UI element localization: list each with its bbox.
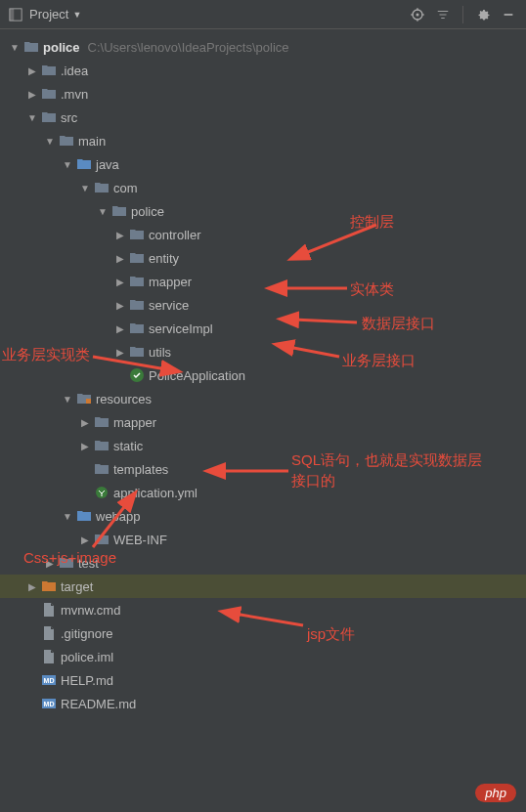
package-icon: [129, 297, 145, 313]
node-label: target: [61, 579, 93, 594]
node-label: .mvn: [61, 87, 88, 102]
minimize-icon[interactable]: [499, 5, 518, 24]
tree-node-service[interactable]: ▶ service: [0, 293, 526, 317]
collapse-arrow-icon: ▶: [27, 89, 37, 100]
root-label: police: [43, 40, 80, 55]
webapp-folder-icon: [76, 508, 92, 524]
expand-arrow-icon: ▼: [10, 42, 20, 53]
watermark-badge: php: [475, 784, 516, 802]
tree-node-serviceimpl[interactable]: ▶ serviceImpl: [0, 317, 526, 340]
node-label: HELP.md: [61, 673, 113, 688]
collapse-icon[interactable]: [433, 5, 453, 24]
node-label: static: [113, 439, 143, 453]
package-icon: [94, 180, 110, 195]
tree-node-helpmd[interactable]: ▶ HELP.md: [0, 668, 526, 692]
excluded-folder-icon: [41, 578, 57, 594]
node-label: mapper: [149, 275, 192, 289]
file-icon: [41, 625, 57, 641]
tree-node-utils[interactable]: ▶ utils: [0, 340, 526, 363]
tree-node-mvnwcmd[interactable]: ▶ mvnw.cmd: [0, 598, 526, 621]
expand-arrow-icon: ▼: [80, 183, 90, 193]
node-label: README.md: [61, 697, 136, 711]
node-label: .idea: [61, 64, 88, 78]
package-icon: [129, 274, 145, 289]
yml-file-icon: [94, 485, 110, 500]
node-label: police: [131, 204, 164, 219]
tree-node-gitignore[interactable]: ▶ .gitignore: [0, 621, 526, 645]
collapse-arrow-icon: ▶: [115, 277, 125, 287]
node-label: utils: [149, 345, 171, 360]
tree-node-controller[interactable]: ▶ controller: [0, 223, 526, 246]
collapse-arrow-icon: ▶: [115, 253, 125, 264]
node-label: test: [78, 556, 99, 571]
tree-node-entity[interactable]: ▶ entity: [0, 246, 526, 270]
node-label: main: [78, 134, 106, 149]
package-icon: [111, 203, 127, 219]
node-label: police.iml: [61, 650, 113, 664]
tree-node-readme[interactable]: ▶ README.md: [0, 692, 526, 715]
collapse-arrow-icon: ▶: [115, 300, 125, 311]
iml-file-icon: [41, 649, 57, 664]
folder-icon: [59, 133, 74, 149]
node-label: templates: [113, 462, 168, 477]
package-icon: [129, 227, 145, 242]
markdown-file-icon: [41, 696, 57, 711]
toolbar-title[interactable]: Project ▼: [29, 7, 81, 21]
project-tree: ▼ police C:\Users\lenovo\IdeaProjects\po…: [0, 29, 526, 721]
node-label: controller: [149, 228, 200, 242]
tree-node-static[interactable]: ▶ static: [0, 434, 526, 457]
tree-node-idea[interactable]: ▶ .idea: [0, 59, 526, 82]
tree-node-policeapplication[interactable]: ▶ PoliceApplication: [0, 363, 526, 387]
node-label: webapp: [96, 509, 141, 524]
file-icon: [41, 602, 57, 618]
tree-node-res-mapper[interactable]: ▶ mapper: [0, 410, 526, 434]
module-folder-icon: [23, 39, 39, 55]
tree-node-com[interactable]: ▼ com: [0, 176, 526, 199]
node-label: entity: [149, 251, 179, 266]
node-label: serviceImpl: [149, 321, 213, 336]
tree-node-test[interactable]: ▶ test: [0, 551, 526, 575]
root-path: C:\Users\lenovo\IdeaProjects\police: [88, 40, 289, 55]
node-label: PoliceApplication: [149, 368, 245, 383]
tree-node-webapp[interactable]: ▼ webapp: [0, 504, 526, 528]
tree-node-police[interactable]: ▼ police: [0, 199, 526, 223]
project-icon: [8, 7, 23, 22]
resources-folder-icon: [76, 391, 92, 406]
expand-arrow-icon: ▼: [63, 159, 72, 170]
svg-rect-15: [86, 399, 91, 404]
tree-node-mapper[interactable]: ▶ mapper: [0, 270, 526, 293]
folder-icon: [41, 109, 57, 125]
node-label: com: [113, 181, 138, 195]
markdown-file-icon: [41, 672, 57, 688]
collapse-arrow-icon: ▶: [115, 323, 125, 334]
chevron-down-icon: ▼: [72, 10, 81, 20]
tree-node-resources[interactable]: ▼ resources: [0, 387, 526, 410]
node-label: mvnw.cmd: [61, 603, 120, 618]
expand-arrow-icon: ▼: [27, 112, 37, 123]
tree-node-target[interactable]: ▶ target: [0, 575, 526, 598]
gear-icon[interactable]: [473, 5, 493, 24]
collapse-arrow-icon: ▶: [80, 441, 90, 451]
tree-node-webinf[interactable]: ▶ WEB-INF: [0, 528, 526, 551]
expand-arrow-icon: ▼: [63, 511, 72, 522]
tree-root[interactable]: ▼ police C:\Users\lenovo\IdeaProjects\po…: [0, 35, 526, 59]
target-icon[interactable]: [408, 5, 427, 24]
tree-node-templates[interactable]: ▶ templates: [0, 457, 526, 481]
tree-node-mvn[interactable]: ▶ .mvn: [0, 82, 526, 106]
package-icon: [129, 321, 145, 336]
tree-node-java[interactable]: ▼ java: [0, 152, 526, 176]
tree-node-src[interactable]: ▼ src: [0, 106, 526, 129]
folder-icon: [94, 461, 110, 477]
folder-icon: [41, 86, 57, 102]
node-label: WEB-INF: [113, 533, 167, 547]
package-icon: [129, 344, 145, 360]
collapse-arrow-icon: ▶: [45, 558, 55, 569]
source-folder-icon: [76, 156, 92, 172]
collapse-arrow-icon: ▶: [27, 581, 37, 592]
tree-node-appyml[interactable]: ▶ application.yml: [0, 481, 526, 504]
tree-node-main[interactable]: ▼ main: [0, 129, 526, 152]
svg-rect-3: [10, 8, 14, 20]
folder-icon: [94, 414, 110, 430]
folder-icon: [41, 63, 57, 78]
tree-node-policeiml[interactable]: ▶ police.iml: [0, 645, 526, 668]
